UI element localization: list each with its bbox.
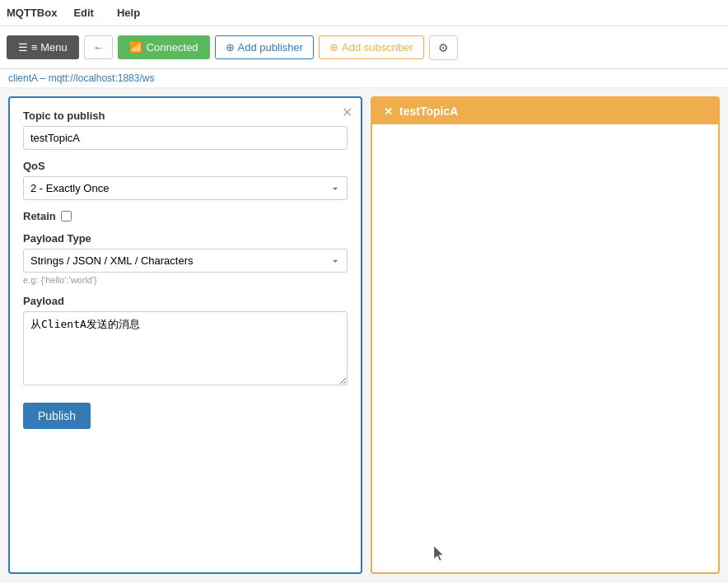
signal-icon: 📶 (129, 41, 142, 54)
plus-icon: ⊕ (226, 41, 235, 54)
qos-select[interactable]: 0 - At Most Once 1 - At Least Once 2 - E… (23, 176, 348, 200)
payload-type-select[interactable]: Strings / JSON / XML / Characters Number… (23, 249, 348, 273)
connected-label: Connected (147, 41, 198, 54)
qos-group: QoS 0 - At Most Once 1 - At Least Once 2… (23, 160, 348, 200)
subscriber-panel: ✕ testTopicA (371, 96, 720, 574)
back-button[interactable]: ← (84, 35, 113, 59)
add-publisher-button[interactable]: ⊕ Add publisher (215, 35, 315, 59)
menu-edit[interactable]: Edit (67, 7, 100, 19)
topic-group: Topic to publish (23, 110, 348, 150)
payload-hint: e.g: {'hello':'world'} (23, 275, 348, 285)
payload-type-group: Payload Type Strings / JSON / XML / Char… (23, 232, 348, 285)
payload-label: Payload (23, 295, 348, 307)
retain-label: Retain (23, 210, 56, 222)
retain-checkbox[interactable] (61, 211, 72, 222)
cursor-icon (434, 546, 444, 561)
retain-group: Retain (23, 210, 348, 222)
toolbar: ☰ ≡ Menu ← 📶 Connected ⊕ Add publisher ⊕… (0, 26, 728, 69)
settings-button[interactable]: ⚙ (429, 35, 458, 60)
topic-input[interactable] (23, 126, 348, 150)
menu-button[interactable]: ☰ ≡ Menu (7, 35, 79, 59)
menu-help[interactable]: Help (110, 7, 147, 19)
add-subscriber-button[interactable]: ⊕ Add subscriber (319, 35, 424, 59)
payload-type-label: Payload Type (23, 232, 348, 245)
menu-icon: ☰ (18, 41, 28, 54)
main-content: ✕ Topic to publish QoS 0 - At Most Once … (0, 88, 728, 582)
plus-circle-icon: ⊕ (329, 41, 338, 54)
add-subscriber-label: Add subscriber (342, 41, 413, 54)
payload-group: Payload 从ClientA发送的消息 (23, 295, 348, 388)
add-publisher-label: Add publisher (238, 41, 304, 54)
breadcrumb: clientA – mqtt://localhost:1883/ws (0, 69, 728, 88)
menu-bar: MQTTBox Edit Help (0, 0, 728, 26)
publisher-panel: ✕ Topic to publish QoS 0 - At Most Once … (8, 96, 362, 574)
subscriber-topic-bar: ✕ testTopicA (372, 98, 718, 124)
qos-label: QoS (23, 160, 348, 172)
subscriber-close-button[interactable]: ✕ (384, 105, 393, 118)
payload-textarea[interactable]: 从ClientA发送的消息 (23, 311, 348, 385)
publish-button[interactable]: Publish (23, 403, 91, 429)
topic-label: Topic to publish (23, 110, 348, 122)
menu-label: ≡ Menu (31, 41, 68, 54)
publisher-close-button[interactable]: ✕ (342, 105, 352, 120)
app-title: MQTTBox (7, 7, 57, 19)
svg-marker-0 (434, 546, 443, 561)
subscriber-topic-name: testTopicA (399, 105, 458, 118)
connected-button[interactable]: 📶 Connected (118, 35, 210, 59)
breadcrumb-text: clientA – mqtt://localhost:1883/ws (8, 72, 154, 84)
